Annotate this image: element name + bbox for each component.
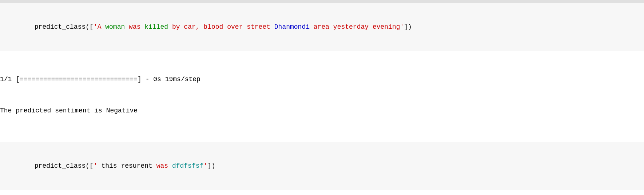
code-text-2: predict_class([' this resurent was dfdfs…: [11, 162, 215, 177]
code-cell-2: predict_class([' this resurent was dfdfs…: [0, 142, 644, 190]
top-bar: [0, 0, 644, 3]
notebook: predict_class(['A woman was killed by ca…: [0, 0, 644, 195]
sentiment-value-1: Negative: [106, 107, 138, 114]
progress-line-1: 1/1 [==============================] - 0…: [0, 74, 644, 85]
code-cell-1: predict_class(['A woman was killed by ca…: [0, 3, 644, 51]
output-block-1: 1/1 [==============================] - 0…: [0, 51, 644, 139]
code-text-1: predict_class(['A woman was killed by ca…: [11, 23, 412, 38]
output-block-2: 1/1 [==============================] - 0…: [0, 190, 644, 195]
sentiment-line-1: The predicted sentiment is Negative: [0, 106, 644, 116]
